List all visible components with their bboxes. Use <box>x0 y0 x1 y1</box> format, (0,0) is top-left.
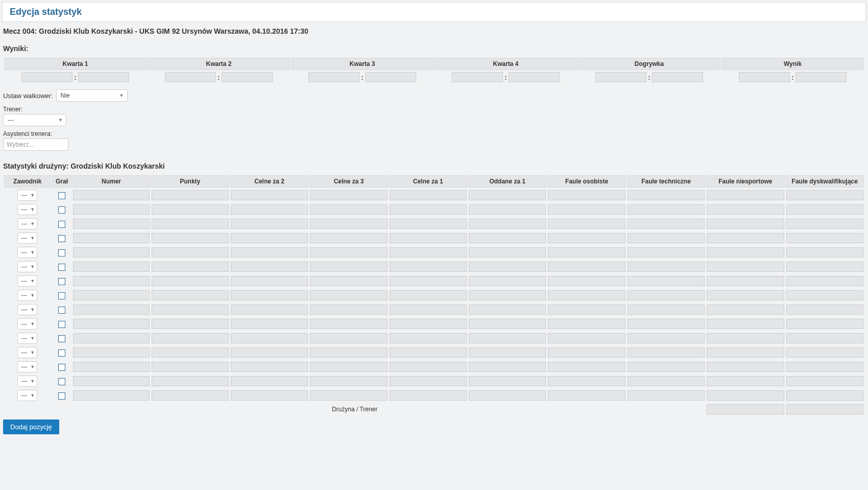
stat-input[interactable] <box>152 262 229 272</box>
stat-input[interactable] <box>73 319 149 329</box>
stat-input[interactable] <box>707 262 784 272</box>
stat-input[interactable] <box>390 276 467 286</box>
stat-input[interactable] <box>786 290 863 300</box>
score-home-0[interactable] <box>21 72 73 82</box>
stat-input[interactable] <box>152 290 229 300</box>
stat-input[interactable] <box>231 247 308 258</box>
stat-input[interactable] <box>310 190 387 200</box>
stat-input[interactable] <box>390 362 467 372</box>
stat-input[interactable] <box>152 305 229 315</box>
stat-input[interactable] <box>231 290 308 300</box>
stat-input[interactable] <box>548 276 625 286</box>
stat-input[interactable] <box>390 262 467 272</box>
played-checkbox[interactable] <box>58 392 65 400</box>
score-home-5[interactable] <box>739 72 790 82</box>
stat-input[interactable] <box>548 362 625 372</box>
stat-input[interactable] <box>548 290 625 300</box>
stat-input[interactable] <box>469 204 546 215</box>
stat-input[interactable] <box>628 190 705 200</box>
assistants-input[interactable]: Wybierz... <box>3 138 68 151</box>
player-select[interactable]: ---▼ <box>17 376 37 387</box>
stat-input[interactable] <box>310 362 387 372</box>
stat-input[interactable] <box>231 262 308 272</box>
score-away-3[interactable] <box>509 72 560 82</box>
stat-input[interactable] <box>152 390 229 401</box>
add-row-button[interactable]: Dodaj pozycję <box>3 419 59 434</box>
stat-input[interactable] <box>310 376 387 386</box>
stat-input[interactable] <box>231 333 308 343</box>
stat-input[interactable] <box>390 190 467 200</box>
stat-input[interactable] <box>231 376 308 386</box>
player-select[interactable]: ---▼ <box>17 261 37 272</box>
stat-input[interactable] <box>548 319 625 329</box>
stat-input[interactable] <box>73 333 149 343</box>
score-home-1[interactable] <box>165 72 216 82</box>
score-away-1[interactable] <box>222 72 273 82</box>
stat-input[interactable] <box>390 333 467 343</box>
stat-input[interactable] <box>707 390 784 401</box>
stat-input[interactable] <box>628 262 705 272</box>
stat-input[interactable] <box>707 305 784 315</box>
stat-input[interactable] <box>310 219 387 229</box>
stat-input[interactable] <box>786 390 863 401</box>
player-select[interactable]: ---▼ <box>17 247 37 258</box>
stat-input[interactable] <box>73 376 149 386</box>
stat-input[interactable] <box>786 204 863 215</box>
stat-input[interactable] <box>310 233 387 243</box>
stat-input[interactable] <box>231 362 308 372</box>
stat-input[interactable] <box>707 247 784 258</box>
stat-input[interactable] <box>786 305 863 315</box>
stat-input[interactable] <box>231 219 308 229</box>
stat-input[interactable] <box>73 262 149 272</box>
stat-input[interactable] <box>707 333 784 343</box>
stat-input[interactable] <box>628 233 705 243</box>
played-checkbox[interactable] <box>58 307 65 314</box>
stat-input[interactable] <box>390 219 467 229</box>
stat-input[interactable] <box>707 376 784 386</box>
player-select[interactable]: ---▼ <box>17 275 37 287</box>
stat-input[interactable] <box>548 262 625 272</box>
coach-select[interactable]: --- ▼ <box>3 114 66 126</box>
player-select[interactable]: ---▼ <box>17 390 37 401</box>
stat-input[interactable] <box>786 247 863 258</box>
stat-input[interactable] <box>548 233 625 243</box>
stat-input[interactable] <box>469 347 546 358</box>
played-checkbox[interactable] <box>58 364 65 371</box>
stat-input[interactable] <box>786 276 863 286</box>
stat-input[interactable] <box>548 390 625 401</box>
stat-input[interactable] <box>310 204 387 215</box>
stat-input[interactable] <box>231 390 308 401</box>
stat-input[interactable] <box>310 262 387 272</box>
stat-input[interactable] <box>152 276 229 286</box>
stat-input[interactable] <box>707 204 784 215</box>
stat-input[interactable] <box>469 219 546 229</box>
stat-input[interactable] <box>707 362 784 372</box>
score-away-0[interactable] <box>78 72 129 82</box>
stat-input[interactable] <box>390 376 467 386</box>
stat-input[interactable] <box>469 319 546 329</box>
stat-input[interactable] <box>469 290 546 300</box>
stat-input[interactable] <box>548 347 625 358</box>
stat-input[interactable] <box>786 333 863 343</box>
played-checkbox[interactable] <box>58 235 65 242</box>
stat-input[interactable] <box>152 376 229 386</box>
stat-input[interactable] <box>548 219 625 229</box>
stat-input[interactable] <box>73 362 149 372</box>
stat-input[interactable] <box>73 390 149 401</box>
stat-input[interactable] <box>390 247 467 258</box>
stat-input[interactable] <box>152 190 229 200</box>
stat-input[interactable] <box>469 362 546 372</box>
stat-input[interactable] <box>152 219 229 229</box>
stat-input[interactable] <box>469 333 546 343</box>
player-select[interactable]: ---▼ <box>17 347 37 358</box>
stat-input[interactable] <box>548 190 625 200</box>
stat-input[interactable] <box>469 247 546 258</box>
stat-input[interactable] <box>152 347 229 358</box>
stat-input[interactable] <box>628 290 705 300</box>
stat-input[interactable] <box>786 233 863 243</box>
stat-input[interactable] <box>469 390 546 401</box>
stat-input[interactable] <box>786 376 863 386</box>
stat-input[interactable] <box>707 190 784 200</box>
stat-input[interactable] <box>73 204 149 215</box>
stat-input[interactable] <box>628 319 705 329</box>
